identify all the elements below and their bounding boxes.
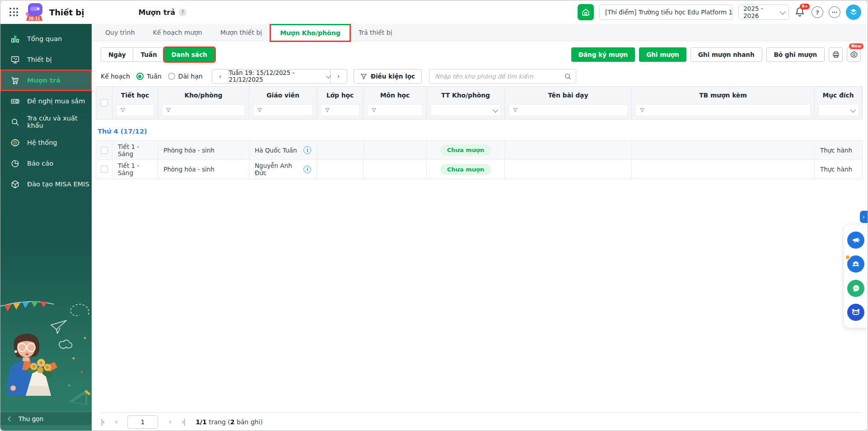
table-header: Tiết học Kho/phòng Giáo viên Lớp học Môn… <box>96 86 863 120</box>
table-row[interactable]: Tiết 1 - Sáng Phòng hóa - sinh Nguyễn An… <box>96 160 862 179</box>
filter-muc-dich[interactable] <box>818 104 859 116</box>
home-icon[interactable] <box>578 4 594 20</box>
filter-giao-vien[interactable] <box>253 104 313 116</box>
ghi-muon-button[interactable]: Ghi mượn <box>639 47 686 62</box>
column-header[interactable]: Lớp học <box>317 87 364 104</box>
tab-tra-thiet-bi[interactable]: Trả thiết bị <box>350 24 401 41</box>
app-grid-icon[interactable] <box>9 8 19 17</box>
monitor-icon <box>10 55 20 65</box>
sidebar-item-tra-cuu[interactable]: Tra cứu và xuất khẩu <box>0 111 92 132</box>
next-week-button[interactable]: › <box>331 70 347 83</box>
assistant-bot-icon[interactable] <box>847 304 864 321</box>
radio-dot <box>168 73 175 80</box>
previous-week-button[interactable]: ‹ <box>212 70 229 83</box>
filter-lop-hoc[interactable] <box>321 104 359 116</box>
filter-mon-hoc[interactable] <box>367 104 423 116</box>
select-all-checkbox[interactable] <box>101 99 108 107</box>
first-page-button[interactable]: |‹ <box>101 418 104 426</box>
cell-subject <box>364 141 427 159</box>
sidebar-item-dao-tao[interactable]: Đào tạo MISA EMIS <box>0 174 92 195</box>
print-button[interactable] <box>829 47 843 62</box>
view-danh-sach-button[interactable]: Danh sách <box>164 48 215 61</box>
funnel-icon <box>513 107 518 113</box>
last-page-button[interactable]: ›| <box>182 418 185 426</box>
bar-chart-icon <box>10 34 20 44</box>
column-header[interactable]: TT Kho/phòng <box>427 87 505 104</box>
sidebar-item-bao-cao[interactable]: Báo cáo <box>0 153 92 174</box>
settings-button[interactable]: New <box>847 47 861 62</box>
cell-room: Phòng hóa - sinh <box>158 160 249 179</box>
row-checkbox[interactable] <box>101 147 108 154</box>
column-header[interactable]: Giáo viên <box>249 87 317 104</box>
tab-muon-thiet-bi[interactable]: Mượn thiết bị <box>211 24 271 41</box>
more-icon[interactable]: ⋯ <box>829 6 840 18</box>
sidebar-item-muon-tra[interactable]: Mượn trả <box>0 70 92 91</box>
cell-equipment <box>632 141 815 159</box>
view-ngay-button[interactable]: Ngày <box>101 48 133 61</box>
projector-icon <box>10 97 20 106</box>
floating-panel-toggle[interactable]: › <box>860 211 868 223</box>
cell-period: Tiết 1 - Sáng <box>112 141 158 159</box>
search-icon <box>10 117 20 127</box>
column-header[interactable]: Mục đích <box>815 87 862 104</box>
tab-quy-trinh[interactable]: Quy trình <box>96 24 144 41</box>
breadcrumb-help-icon[interactable]: ? <box>179 9 187 16</box>
filter-tb-muon-kem[interactable] <box>635 104 811 116</box>
cell-teacher: Nguyễn Anh Đức <box>255 162 303 176</box>
sidebar-item-tong-quan[interactable]: Tổng quan <box>0 28 92 49</box>
funnel-icon <box>257 107 262 113</box>
sidebar-item-thiet-bi[interactable]: Thiết bị <box>0 49 92 70</box>
column-header[interactable]: Tiết học <box>112 87 158 104</box>
tab-muon-kho-phong[interactable]: Mượn Kho/phòng <box>271 24 350 41</box>
sidebar-item-he-thong[interactable]: Hệ thống <box>0 132 92 153</box>
column-header[interactable]: TB mượn kèm <box>632 87 815 104</box>
info-icon[interactable]: i <box>303 146 311 154</box>
search-input[interactable] <box>429 69 576 83</box>
app-logo[interactable]: 20-11 <box>25 2 44 22</box>
ghi-muon-nhanh-button[interactable]: Ghi mượn nhanh <box>691 47 762 62</box>
column-header[interactable]: Tên bài dạy <box>505 87 632 104</box>
megaphone-icon[interactable] <box>847 232 864 249</box>
filter-tt-kho-phong[interactable] <box>430 104 501 116</box>
filter-conditions-button[interactable]: Điều kiện lọc <box>354 69 422 83</box>
date-group-header[interactable]: Thứ 4 (17/12) <box>96 128 863 135</box>
radio-tuan[interactable]: Tuần <box>136 73 162 80</box>
school-year-dropdown[interactable]: 2025 - 2026 <box>738 5 789 20</box>
filter-kho-phong[interactable] <box>162 104 245 116</box>
chat-icon[interactable] <box>847 280 864 297</box>
sidebar-item-de-nghi-mua-sam[interactable]: Đề nghị mua sắm <box>0 91 92 111</box>
filter-ten-bai-day[interactable] <box>509 104 628 116</box>
radio-label: Dài hạn <box>178 73 203 80</box>
avatar[interactable] <box>846 5 861 20</box>
chevron-down-icon <box>850 107 856 112</box>
column-header[interactable]: Môn học <box>364 87 427 104</box>
sidebar-item-label: Đào tạo MISA EMIS <box>27 181 89 188</box>
page-number-input[interactable] <box>127 415 158 429</box>
table-row[interactable]: Tiết 1 - Sáng Phòng hóa - sinh Hà Quốc T… <box>96 141 862 160</box>
week-dropdown[interactable]: Tuần 19: 15/12/2025 - 21/12/2025 <box>229 70 331 83</box>
cell-subject <box>364 160 427 179</box>
team-icon[interactable] <box>847 255 864 273</box>
sidebar-item-label: Thiết bị <box>27 56 52 63</box>
logo-ribbon-text: 20-11 <box>28 17 40 21</box>
cell-class <box>317 160 364 179</box>
school-selector[interactable]: [Thí điểm] Trường tiểu học Edu Platform … <box>599 5 733 20</box>
column-header[interactable]: Kho/phòng <box>158 87 249 104</box>
next-page-button[interactable]: › <box>169 418 171 426</box>
notifications-button[interactable]: 9+ <box>794 6 806 18</box>
tab-ke-hoach-muon[interactable]: Kế hoạch mượn <box>144 24 211 41</box>
week-picker: ‹ Tuần 19: 15/12/2025 - 21/12/2025 › <box>212 69 347 83</box>
view-tuan-button[interactable]: Tuần <box>133 48 164 61</box>
info-icon[interactable]: i <box>303 166 311 173</box>
filter-tiet-hoc[interactable] <box>116 104 154 116</box>
pagination-info: 1/1 trang (2 bản ghi) <box>196 418 263 426</box>
previous-page-button[interactable]: ‹ <box>115 418 117 426</box>
app-title: Thiết bị <box>49 8 84 17</box>
help-icon[interactable]: ? <box>812 6 823 18</box>
sidebar: Tổng quan Thiết bị Mượn trả Đề nghị <box>0 24 92 431</box>
bo-ghi-muon-button[interactable]: Bỏ ghi mượn <box>766 47 825 62</box>
radio-dai-han[interactable]: Dài hạn <box>168 73 203 80</box>
row-checkbox[interactable] <box>101 166 108 173</box>
dang-ky-muon-button[interactable]: Đăng ký mượn <box>571 47 635 62</box>
sidebar-collapse-button[interactable]: Thu gọn <box>0 412 92 425</box>
